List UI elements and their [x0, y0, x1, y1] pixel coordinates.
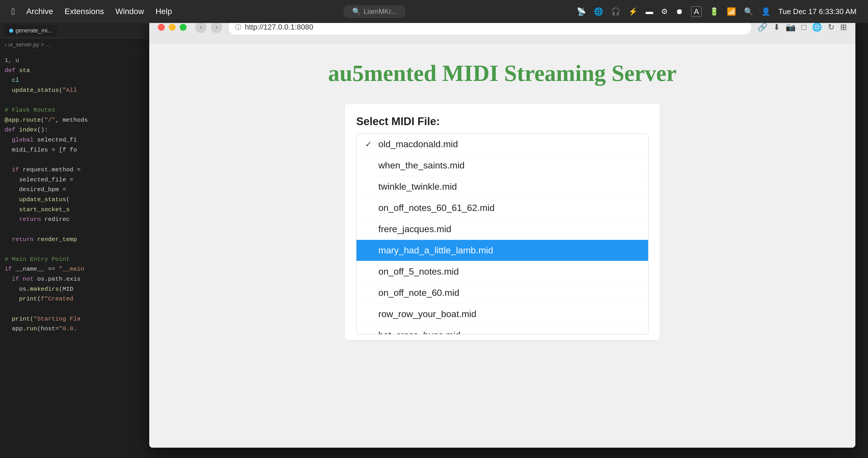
browser-content: au5mented MIDI Streaming Server Select M… [149, 43, 856, 448]
headphones-icon: 🎧 [611, 7, 620, 16]
camera-icon[interactable]: 📷 [786, 22, 796, 32]
apple-menu[interactable]:  [11, 6, 15, 17]
maximize-window-button[interactable] [180, 24, 187, 31]
menu-help[interactable]: Help [156, 7, 172, 16]
share-icon[interactable]: 🔗 [757, 22, 768, 32]
menu-window[interactable]: Window [115, 7, 144, 16]
menu-archive[interactable]: Archive [26, 7, 53, 16]
url-text: http://127.0.0.1:8080 [245, 23, 313, 32]
browser-toolbar-right: 🔗 ⬇ 📷 □ 🌐 ↻ ⊞ [757, 22, 847, 32]
battery-icon: 🔋 [710, 7, 719, 16]
bolt-icon: ⚡ [628, 7, 638, 16]
editor-tab-label: generate_mi... [16, 27, 52, 34]
system-time: Tue Dec 17 6:33:30 AM [778, 7, 857, 16]
menu-extensions[interactable]: Extensions [65, 7, 104, 16]
refresh-icon[interactable]: ↻ [828, 22, 834, 32]
search-icon: 🔍 [352, 7, 361, 15]
editor-tab-bar: generate_mi... [0, 23, 152, 38]
translate-icon[interactable]: 🌐 [812, 22, 822, 32]
midi-file-list[interactable]: old_macdonald.midwhen_the_saints.midtwin… [356, 133, 648, 334]
mac-menu-left:  Archive Extensions Window Help [11, 6, 172, 17]
midi-list-item[interactable]: twinkle_twinkle.mid [356, 176, 648, 197]
mac-topbar:  Archive Extensions Window Help 🔍 LiamM… [0, 0, 868, 23]
midi-list-item[interactable]: when_the_saints.mid [356, 155, 648, 176]
breadcrumb-file: ui_server.py > ... [8, 41, 51, 48]
wifi-icon2: 📶 [727, 7, 736, 16]
close-window-button[interactable] [158, 24, 165, 31]
browser-window-controls [158, 24, 187, 31]
python-file-icon [9, 29, 13, 33]
editor-breadcrumb: › ui_server.py > ... [0, 38, 152, 51]
search-text: LiamMKr... [364, 7, 397, 15]
midi-list-item[interactable]: on_off_note_60.mid [356, 282, 648, 304]
download-icon[interactable]: ⬇ [773, 22, 780, 32]
browser-window: ‹ › ⓘ http://127.0.0.1:8080 🔗 ⬇ 📷 □ 🌐 ↻ … [149, 11, 856, 448]
midi-list-item[interactable]: old_macdonald.mid [356, 134, 648, 155]
breadcrumb-text: › [5, 41, 7, 48]
wifi-icon: 📡 [577, 7, 586, 16]
midi-list-item[interactable]: frere_jacques.mid [356, 219, 648, 240]
midi-select-label: Select MIDI File: [356, 116, 648, 128]
person-icon: 👤 [761, 7, 770, 16]
back-button[interactable]: ‹ [195, 22, 207, 33]
code-content: 1, u def sta cl update_status("All # Fla… [0, 51, 152, 339]
minimize-window-button[interactable] [169, 24, 176, 31]
page-title: au5mented MIDI Streaming Server [328, 60, 677, 86]
globe-icon: 🌐 [594, 7, 603, 16]
a-icon: A [691, 6, 701, 17]
sidebar-icon[interactable]: ⊞ [840, 22, 847, 32]
midi-list-item[interactable]: hot_cross_buns.mid [356, 325, 648, 334]
midi-file-section: Select MIDI File: old_macdonald.midwhen_… [344, 104, 660, 340]
midi-list-item[interactable]: on_off_5_notes.mid [356, 261, 648, 282]
settings-icon: ⚙ [661, 7, 668, 16]
browser-navigation: ‹ › [195, 22, 222, 33]
midi-list-item[interactable]: mary_had_a_little_lamb.mid [356, 240, 648, 261]
midi-list-item[interactable]: row_row_your_boat.mid [356, 304, 648, 325]
mac-menu-right: 📡 🌐 🎧 ⚡ ▬ ⚙ ⏺ A 🔋 📶 🔍 👤 Tue Dec 17 6:33:… [577, 6, 857, 17]
window-icon: ▬ [646, 7, 653, 16]
forward-button[interactable]: › [211, 22, 222, 33]
editor-tab-file[interactable]: generate_mi... [5, 25, 57, 36]
bookmark-icon[interactable]: □ [801, 23, 806, 32]
code-editor-panel: generate_mi... › ui_server.py > ... 1, u… [0, 23, 152, 458]
info-icon: ⓘ [235, 23, 241, 32]
record-icon: ⏺ [676, 7, 683, 16]
midi-list-item[interactable]: on_off_notes_60_61_62.mid [356, 197, 648, 219]
search-icon2: 🔍 [744, 7, 753, 16]
